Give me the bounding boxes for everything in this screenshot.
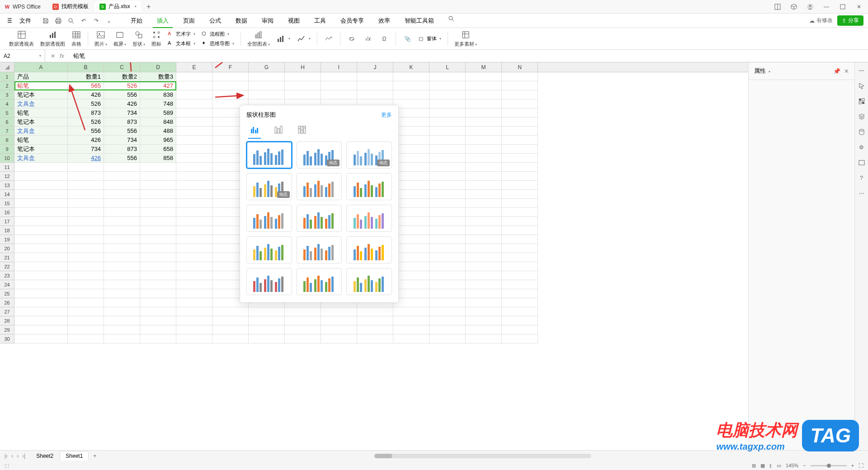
col-header-g[interactable]: G [249,62,285,72]
cell[interactable] [249,307,285,316]
cell[interactable]: 426 [68,136,104,145]
chart-tab-clustered[interactable] [248,123,261,136]
more-tool-icon[interactable]: ⋯ [857,189,866,198]
cell[interactable] [140,253,176,262]
cell[interactable] [466,244,502,253]
ribbon-pivot-chart[interactable]: 数据透视图 [38,30,68,47]
cell[interactable] [429,163,466,172]
cell[interactable] [502,81,538,90]
row-header[interactable]: 25 [0,289,14,298]
chart-tab-stacked[interactable] [272,123,284,136]
col-header-e[interactable]: E [176,62,212,72]
cell[interactable] [466,226,502,235]
cell[interactable] [68,181,104,190]
cell[interactable] [212,334,249,343]
cell[interactable] [393,226,429,235]
cancel-icon[interactable]: ✕ [51,53,55,59]
cell[interactable] [466,136,502,145]
panel-icon[interactable] [772,1,783,12]
dropdown-icon[interactable]: ⌄ [104,16,113,25]
cell[interactable]: 734 [68,145,104,154]
cell[interactable] [393,253,429,262]
cell[interactable] [321,72,357,81]
row-header[interactable]: 1 [0,72,14,81]
cell[interactable] [429,127,466,136]
ribbon-bar-chart[interactable]: ▾ [274,32,292,46]
row-header[interactable]: 2 [0,81,14,90]
row-header[interactable]: 17 [0,217,14,226]
avatar-icon[interactable] [805,1,816,12]
cell[interactable]: 873 [104,145,140,154]
view-split-icon[interactable]: ⫿ [769,463,772,468]
cell[interactable] [502,136,538,145]
cell[interactable] [14,235,68,244]
cell[interactable] [104,253,140,262]
cell[interactable] [502,154,538,163]
ribbon-flowchart[interactable]: ⬡流程图▾ [199,30,237,38]
col-header-b[interactable]: B [68,62,104,72]
row-header[interactable]: 5 [0,108,14,118]
cell[interactable] [176,289,212,298]
cell[interactable]: 873 [68,108,104,118]
ribbon-more-materials[interactable]: 更多素材▾ [452,30,480,47]
cell[interactable] [502,217,538,226]
cell[interactable] [502,262,538,271]
ribbon-mindmap[interactable]: ✦思维导图▾ [199,39,237,48]
cell[interactable] [429,154,466,163]
cell[interactable] [14,289,68,298]
cell[interactable] [104,235,140,244]
cell[interactable] [249,90,285,99]
cell[interactable]: 556 [68,127,104,136]
cell[interactable] [249,325,285,334]
cell[interactable]: 526 [68,99,104,108]
cell[interactable] [176,190,212,199]
cell[interactable] [176,99,212,108]
cell[interactable] [429,253,466,262]
cell[interactable] [176,208,212,217]
view-tool-icon[interactable] [857,158,866,167]
menu-tab-home[interactable]: 开始 [124,14,149,28]
cell[interactable] [14,307,68,316]
cell[interactable]: 526 [104,81,140,90]
cell[interactable] [14,190,68,199]
cell[interactable] [393,217,429,226]
cell[interactable] [14,262,68,271]
cell[interactable] [140,235,176,244]
col-header-m[interactable]: M [466,62,502,72]
close-button[interactable]: ✕ [854,1,864,12]
cell[interactable]: 873 [104,118,140,127]
cell[interactable] [466,99,502,108]
cell[interactable] [393,307,429,316]
cell[interactable] [393,145,429,154]
sheet-add-button[interactable]: + [90,452,100,460]
row-header[interactable]: 12 [0,172,14,181]
preview-icon[interactable] [66,16,75,25]
menu-tab-ai[interactable]: 智能工具箱 [398,14,440,28]
sheet-nav-prev[interactable]: ‹ [10,453,14,459]
cell[interactable]: 589 [140,108,176,118]
cell[interactable] [68,190,104,199]
cell[interactable] [502,226,538,235]
cell[interactable] [502,208,538,217]
cell[interactable] [393,99,429,108]
cell[interactable] [502,298,538,307]
cell[interactable] [68,271,104,280]
row-header[interactable]: 7 [0,127,14,136]
menu-tab-insert[interactable]: 插入 [151,14,175,28]
row-header[interactable]: 26 [0,298,14,307]
cell[interactable] [68,253,104,262]
cube-icon[interactable] [788,1,799,12]
style-tool-icon[interactable] [857,97,866,106]
cell[interactable] [429,90,466,99]
cell[interactable] [104,181,140,190]
cell[interactable] [176,262,212,271]
cell[interactable] [466,325,502,334]
cell[interactable] [466,262,502,271]
menu-tab-tools[interactable]: 工具 [308,14,332,28]
cell[interactable] [14,226,68,235]
row-header[interactable]: 16 [0,208,14,217]
cell[interactable] [502,280,538,289]
cell[interactable] [466,154,502,163]
cell[interactable] [357,334,393,343]
ribbon-screenshot[interactable]: 截屏▾ [111,30,129,47]
